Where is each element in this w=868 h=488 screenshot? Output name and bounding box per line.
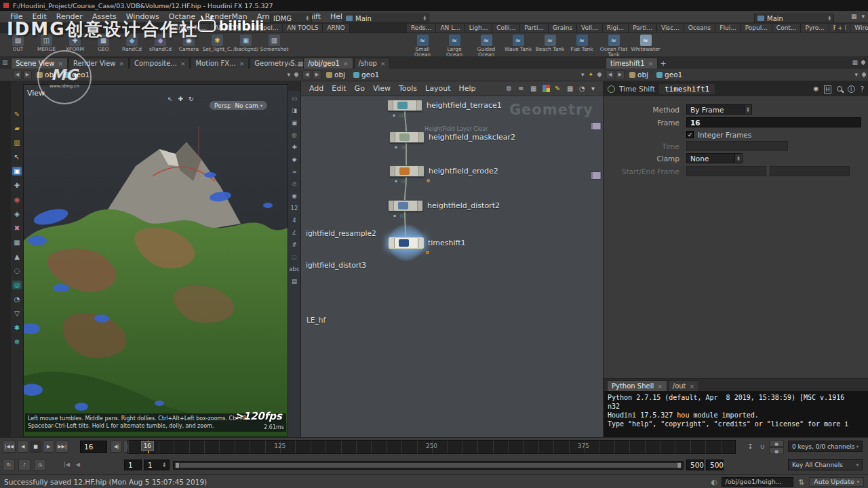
menu-item[interactable]: Edit — [27, 12, 51, 21]
menu-item[interactable]: Windows — [121, 12, 164, 21]
angle-icon[interactable]: ∠ — [290, 228, 299, 236]
stop-button[interactable]: ■ — [30, 441, 41, 453]
tool-backgnd[interactable]: ▣ /backgnd/ — [232, 34, 260, 52]
lamp-icon[interactable] — [588, 71, 593, 78]
node-flag-left[interactable] — [389, 238, 395, 248]
pane-tab[interactable]: Render View — [68, 58, 129, 68]
grid2-icon[interactable]: ▦ — [567, 85, 574, 92]
terrain-tool-icon[interactable]: ◎ — [12, 281, 22, 289]
layers-tool-icon[interactable]: ▥ — [12, 138, 22, 147]
frame-range-slider[interactable] — [173, 461, 684, 470]
range-start-field[interactable]: 1 — [144, 460, 170, 470]
help-browser-icon[interactable] — [824, 85, 831, 93]
panel-icon[interactable]: ▤ — [290, 277, 299, 285]
history-tool-icon[interactable]: ◔ — [12, 295, 22, 304]
node-flag-right[interactable] — [418, 132, 424, 142]
pin-icon[interactable] — [294, 72, 299, 77]
ghost-icon[interactable]: ◇ — [290, 180, 299, 187]
range-handle-right[interactable] — [677, 462, 682, 468]
tool-large-ocean[interactable]: ≈ Large Ocean — [439, 34, 470, 58]
node-heightfield-terrace1[interactable]: heightfield_terrace1 — [387, 100, 502, 111]
breadcrumb-geo1[interactable]: geo1 — [60, 70, 93, 79]
gallery-icon[interactable] — [813, 85, 818, 93]
res-12-icon[interactable]: 12 — [290, 204, 299, 211]
shelf-tab[interactable]: Reds... — [407, 24, 436, 33]
tool-merge[interactable]: ◫ MERGE — [33, 34, 60, 52]
audio-icon[interactable]: ♪ — [18, 459, 31, 471]
node-flag-right[interactable] — [417, 201, 422, 211]
tool-geo[interactable]: ▦ GEO — [90, 34, 117, 52]
global-start-field[interactable]: 1 — [124, 460, 142, 470]
range-bar[interactable] — [175, 463, 682, 468]
lock-view-icon[interactable]: ▣ — [290, 119, 299, 126]
clamp-dropdown[interactable]: None — [686, 153, 735, 163]
range-handle-left[interactable] — [175, 462, 180, 468]
tool-xform[interactable]: ✚ XFORM — [61, 34, 89, 52]
keys-summary-button[interactable]: 0 keys, 0/0 channels — [788, 441, 863, 452]
play-button[interactable]: ▶ — [43, 441, 54, 453]
back-button[interactable] — [13, 70, 22, 79]
shelf-tab[interactable]: Popul... — [741, 24, 772, 33]
shelf-tab[interactable]: Ligh... — [465, 24, 493, 33]
sync-icon[interactable] — [798, 478, 804, 486]
magnet-icon[interactable]: ∪ — [760, 443, 765, 450]
edge-node-indicator[interactable] — [590, 122, 601, 130]
current-frame-field[interactable]: 16 — [80, 441, 107, 453]
tool-randcd[interactable]: ◆ RandCd — [118, 34, 146, 52]
list-icon[interactable]: ≡ — [518, 85, 526, 92]
tumble-mode-icon[interactable]: ↻ — [189, 96, 194, 102]
tool-ocean-flat-tank[interactable]: ≈ Ocean Flat Tank — [598, 34, 629, 58]
shelf-tab[interactable]: Parti... — [629, 24, 657, 33]
shelf-tab[interactable]: Wires — [850, 24, 868, 33]
orbit-tool-icon[interactable]: ◌ — [12, 266, 22, 275]
pie-icon[interactable]: ◔ — [579, 85, 587, 92]
tool-flat-tank[interactable]: ≈ Flat Tank — [566, 34, 597, 58]
shelf-tab[interactable]: AN DOP — [210, 24, 243, 33]
wrench-icon[interactable]: ⚙ — [506, 85, 513, 92]
crosshair-icon[interactable]: ✚ — [290, 143, 299, 150]
timecode-icon[interactable]: ◷ — [34, 459, 46, 471]
method-dropdown[interactable]: By Frame — [686, 104, 745, 115]
search-icon[interactable] — [837, 86, 842, 92]
pen-icon[interactable]: ✎ — [555, 85, 562, 92]
mask-tool-icon[interactable]: ✖ — [12, 224, 22, 232]
shelf-tab[interactable]: Visc... — [657, 24, 684, 33]
network-editor-pane[interactable]: AddEditGoViewToolsLayoutHelp ⚙≡▦✎▦◔▾ Geo… — [300, 81, 604, 437]
chevron-down-icon[interactable] — [287, 71, 290, 78]
network-menu-item[interactable]: Tools — [395, 84, 421, 93]
pane-tab[interactable]: /shop — [354, 58, 391, 68]
pane-layout-icon[interactable] — [852, 59, 858, 66]
shelf-tab[interactable]: Oceans — [684, 24, 715, 33]
node-flag-left[interactable] — [388, 100, 393, 110]
menu-item[interactable]: Render — [52, 12, 87, 21]
node-heightfield-erode2[interactable]: heightfield_erode2 — [389, 165, 498, 177]
network-menu-item[interactable]: Layout — [421, 84, 454, 93]
spinner-icon[interactable] — [424, 16, 426, 21]
tool-srandcd[interactable]: ◆ sRandCd — [146, 34, 174, 52]
range-end-field[interactable]: 500 — [686, 460, 704, 470]
node-flag-left[interactable] — [389, 201, 394, 211]
pin-icon[interactable] — [861, 60, 866, 65]
info-icon[interactable] — [848, 85, 855, 93]
idmg-shelf-combo[interactable]: IDMG — [270, 14, 312, 23]
shelf-tab[interactable]: Colli... — [492, 24, 520, 33]
pane-tab[interactable]: Python Shell — [607, 380, 667, 391]
dot-icon[interactable]: ◌ — [290, 253, 299, 260]
star-tool-icon[interactable]: ✱ — [12, 323, 22, 332]
forward-button[interactable] — [313, 70, 321, 79]
pane-tab[interactable]: Scene View — [11, 58, 68, 68]
key-all-channels-button[interactable]: Key All Channels — [788, 459, 863, 470]
chevron-down-icon[interactable] — [861, 13, 865, 20]
target-icon[interactable]: ◉ — [290, 192, 299, 199]
bypass-ring-icon[interactable] — [427, 179, 430, 182]
node-flag-right[interactable] — [416, 100, 422, 110]
lock-tool-icon[interactable]: ▣ — [12, 167, 22, 176]
integer-frames-checkbox[interactable] — [686, 131, 694, 138]
shelf-tab[interactable]: AN L... — [436, 24, 465, 33]
select-mode-icon[interactable]: ↖ — [167, 96, 173, 102]
chevron-down-icon[interactable] — [581, 71, 585, 78]
shelf-tab[interactable]: Vell... — [577, 24, 603, 33]
dopesheet-button[interactable]: ▦ — [769, 440, 784, 447]
shelf-tab[interactable]: Parti... — [520, 24, 549, 33]
translate-tool-icon[interactable]: ✚ — [12, 181, 22, 190]
